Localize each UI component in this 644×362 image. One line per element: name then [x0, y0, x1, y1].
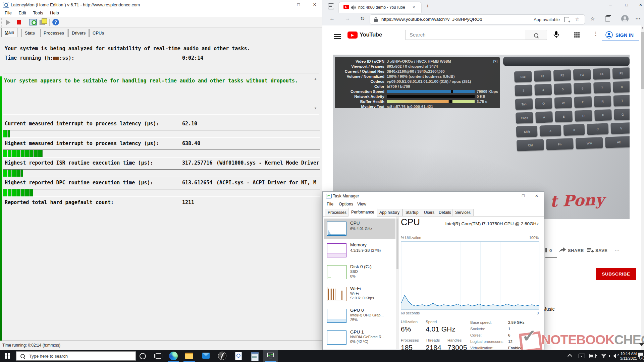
sidebar-item-gpu1[interactable]: GPU 1 NVIDIA GeForce R... 0% (42 °C)	[324, 327, 395, 348]
cortana-icon[interactable]	[140, 353, 146, 359]
scroll-down-icon[interactable]: ▼	[314, 107, 317, 110]
sidebar-item-wifi[interactable]: Wi-Fi Wi-Fi S: 0 R: 0 Kbps	[324, 284, 395, 305]
tm-tab-startup[interactable]: Startup	[402, 209, 422, 216]
start-button[interactable]	[5, 353, 7, 356]
tab-stats[interactable]: Stats	[21, 29, 38, 37]
menu-tools[interactable]: Tools	[30, 9, 46, 16]
latencymon-titlebar[interactable]: LatencyMon (Home Edition ) v 6.71 - http…	[0, 0, 322, 9]
tab-audio-icon[interactable]	[351, 5, 356, 10]
share-icon[interactable]	[559, 247, 566, 253]
maximize-button[interactable]: □	[292, 0, 305, 9]
sidebar-scrollbar[interactable]	[396, 217, 399, 349]
battery-icon[interactable]	[589, 354, 596, 358]
metric-label: Current measured interrupt to process la…	[5, 121, 159, 127]
back-icon[interactable]: ←	[329, 15, 335, 21]
report-icon-front[interactable]	[42, 18, 47, 24]
dislike-icon-partial[interactable]	[545, 248, 547, 252]
sidebar-item-disk[interactable]: Disk 0 (C:) SSD 0%	[324, 262, 395, 283]
edge-maximize-button[interactable]: □	[620, 1, 633, 9]
cast-icon[interactable]	[579, 354, 585, 358]
tm-menu-file[interactable]: File	[327, 202, 333, 206]
collections-icon[interactable]	[605, 16, 610, 21]
tab-cpus[interactable]: CPUs	[89, 29, 107, 37]
tm-minimize-button[interactable]: –	[502, 192, 515, 200]
search-button[interactable]	[525, 30, 547, 40]
taskbar-edge[interactable]	[166, 350, 181, 362]
save-button[interactable]: SAVE	[595, 248, 607, 253]
wifi-icon[interactable]	[601, 353, 607, 358]
taskbar-search[interactable]: Type here to search	[16, 351, 136, 361]
page-scrollbar[interactable]: ▲	[641, 25, 644, 350]
menu-edit[interactable]: Edit	[16, 9, 29, 16]
stats-close-icon[interactable]: [x]	[493, 59, 497, 63]
url-field[interactable]: https://www.youtube.com/watch?v=J-x8HPyQ…	[370, 14, 585, 24]
task-view-icon[interactable]	[156, 353, 161, 359]
url-text[interactable]: https://www.youtube.com/watch?v=J-x8HPyQ…	[381, 17, 482, 22]
search-input[interactable]: Search	[405, 30, 525, 40]
mic-icon[interactable]	[553, 31, 559, 39]
tm-tab-performance[interactable]: Performance	[348, 208, 377, 217]
dislike-count[interactable]: 0	[549, 248, 552, 253]
forward-icon[interactable]: →	[345, 15, 350, 21]
menu-help[interactable]: Help	[47, 9, 62, 16]
taskbar-mail[interactable]	[199, 350, 213, 362]
guide-menu-icon[interactable]	[334, 34, 341, 35]
close-button[interactable]: ×	[308, 0, 321, 9]
tab-close-icon[interactable]: ×	[413, 5, 415, 10]
refresh-icon[interactable]: ↻	[360, 15, 365, 22]
tab-main[interactable]: Main	[1, 28, 17, 37]
sign-in-button[interactable]: SIGN IN	[602, 29, 639, 41]
keyboard-key: Z	[540, 125, 561, 136]
taskbar-task-manager[interactable]	[263, 350, 278, 362]
apps-grid-icon[interactable]	[574, 32, 576, 34]
favorites-icon[interactable]: ☆	[590, 16, 595, 22]
menu-file[interactable]: File	[2, 9, 14, 16]
stop-monitor-icon[interactable]	[17, 20, 21, 24]
profile-avatar[interactable]	[621, 15, 629, 22]
tm-maximize-button[interactable]: □	[517, 192, 530, 200]
tray-chevron-icon[interactable]	[568, 354, 572, 359]
settings-menu-icon[interactable]: ⋯	[635, 16, 640, 22]
minimize-button[interactable]: –	[277, 0, 290, 9]
youtube-logo-icon[interactable]: ▶	[347, 32, 358, 39]
edge-close-button[interactable]: ×	[634, 1, 644, 9]
add-favorite-icon[interactable]: ☆	[575, 16, 579, 22]
vertical-tabs-icon[interactable]	[328, 3, 334, 9]
help-icon[interactable]: ?	[52, 19, 59, 25]
volume-muted-icon[interactable]	[613, 354, 616, 358]
tm-tab-processes[interactable]: Processes	[325, 209, 350, 216]
share-button[interactable]: SHARE	[568, 248, 584, 253]
tm-tab-details[interactable]: Details	[436, 209, 454, 216]
taskbar-xbox[interactable]	[215, 350, 230, 362]
edge-minimize-button[interactable]: –	[604, 1, 617, 9]
taskbar-notepad[interactable]	[247, 350, 262, 362]
app-available-label[interactable]: App available	[534, 17, 560, 22]
start-monitor-icon[interactable]	[6, 20, 10, 25]
scrollbar-up-icon[interactable]: ▲	[641, 26, 644, 29]
subscribe-button[interactable]: SUBSCRIBE	[596, 268, 636, 280]
youtube-logo-text[interactable]: YouTube	[360, 32, 382, 38]
sidebar-item-memory[interactable]: Memory 4.3/15.9 GB (27%)	[324, 240, 395, 261]
analyze-icon[interactable]	[29, 19, 37, 25]
tm-tab-users[interactable]: Users	[421, 209, 437, 216]
tab-processes[interactable]: Processes	[40, 29, 67, 37]
taskbar-latencymon[interactable]	[231, 350, 246, 362]
tm-menu-options[interactable]: Options	[339, 202, 353, 206]
save-icon[interactable]	[587, 248, 594, 252]
tm-tab-app-history[interactable]: App history	[376, 209, 402, 216]
install-app-icon[interactable]	[564, 17, 569, 22]
scroll-up-icon[interactable]: ▲	[314, 77, 317, 80]
new-tab-button[interactable]: +	[426, 3, 429, 9]
sidebar-item-cpu[interactable]: CPU 6% 4.01 GHz	[324, 219, 395, 239]
scrollbar-thumb[interactable]	[641, 32, 644, 89]
tm-tab-services[interactable]: Services	[452, 209, 474, 216]
tab-drivers[interactable]: Drivers	[68, 29, 89, 37]
taskbar-explorer[interactable]	[182, 350, 197, 362]
more-options-icon[interactable]: ⋮	[593, 31, 598, 37]
sidebar-item-gpu0[interactable]: GPU 0 Intel(R) UHD Grap... 25%	[324, 306, 395, 326]
tm-close-button[interactable]: ×	[530, 192, 543, 200]
more-actions-icon[interactable]: ⋯	[614, 247, 620, 253]
tm-menu-view[interactable]: View	[357, 202, 366, 206]
browser-tab[interactable]: ▶ nbc 4k60 demo - YouTube ×	[339, 2, 421, 13]
taskbar-clock[interactable]: 10:14 AM 3/11/2021	[618, 351, 639, 361]
